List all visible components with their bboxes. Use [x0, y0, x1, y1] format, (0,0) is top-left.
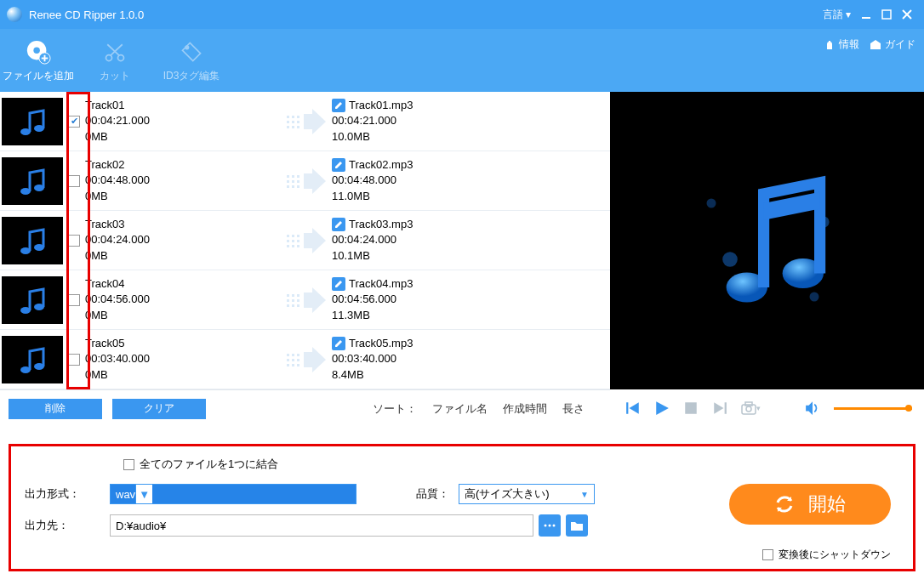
svg-rect-25	[297, 126, 299, 128]
minimize-button[interactable]	[856, 4, 876, 25]
track-source-size: 0MB	[85, 308, 281, 323]
track-duration: 00:04:48.000	[85, 173, 281, 188]
output-settings-panel: 全てのファイルを1つに結合 出力形式： wav ▼ 品質： 高(サイズ大きい) …	[9, 444, 915, 571]
language-selector[interactable]: 言語 ▾	[823, 8, 851, 22]
svg-rect-23	[297, 116, 299, 118]
track-row[interactable]: Track04 00:04:56.000 0MB Track04.mp3 00:…	[0, 270, 610, 330]
svg-point-5	[33, 47, 40, 54]
output-format-label: 出力形式：	[25, 486, 110, 502]
play-button[interactable]	[654, 400, 670, 416]
track-thumbnail	[2, 98, 63, 145]
svg-rect-30	[287, 185, 289, 188]
svg-rect-77	[685, 402, 697, 414]
track-list[interactable]: Track01 00:04:21.000 0MB Track01.mp3 00:…	[0, 92, 610, 389]
svg-rect-24	[297, 121, 299, 123]
edit-icon[interactable]	[332, 277, 345, 291]
svg-rect-40	[287, 240, 289, 242]
output-size: 8.4MB	[332, 367, 553, 383]
open-folder-button[interactable]	[566, 514, 588, 537]
track-row[interactable]: Track05 00:03:40.000 0MB Track05.mp3 00:…	[0, 330, 610, 389]
info-button[interactable]: 情報	[824, 37, 859, 52]
output-filename: Track04.mp3	[349, 276, 413, 292]
arrow-icon	[281, 347, 332, 372]
arrow-icon	[281, 109, 332, 134]
svg-rect-36	[297, 185, 299, 188]
volume-icon[interactable]	[805, 400, 820, 416]
svg-rect-33	[292, 185, 294, 188]
guide-button[interactable]: ガイド	[870, 37, 915, 52]
track-thumbnail	[2, 276, 63, 324]
svg-rect-17	[287, 116, 289, 118]
delete-button[interactable]: 削除	[9, 399, 102, 419]
start-button[interactable]: 開始	[729, 484, 891, 525]
clear-button[interactable]: クリア	[112, 399, 206, 419]
svg-point-84	[553, 525, 556, 527]
shutdown-checkbox[interactable]	[762, 549, 773, 560]
sort-by-created[interactable]: 作成時間	[503, 401, 547, 417]
output-size: 11.3MB	[332, 308, 553, 323]
prev-button[interactable]	[625, 400, 641, 416]
track-duration: 00:04:24.000	[85, 232, 281, 247]
browse-button[interactable]	[539, 514, 561, 537]
preview-pane	[610, 92, 924, 389]
output-size: 10.1MB	[332, 248, 553, 264]
track-checkbox[interactable]	[68, 116, 80, 128]
svg-rect-47	[297, 245, 299, 247]
track-thumbnail	[2, 336, 63, 383]
track-checkbox[interactable]	[68, 294, 80, 306]
arrow-icon	[281, 228, 332, 253]
add-files-button[interactable]: ファイルを追加	[0, 29, 77, 92]
svg-rect-64	[292, 354, 294, 356]
svg-rect-62	[287, 359, 289, 361]
close-button[interactable]	[897, 4, 917, 25]
id3-edit-button[interactable]: ID3タグ編集	[153, 29, 230, 92]
track-checkbox[interactable]	[68, 235, 80, 247]
quality-select[interactable]: 高(サイズ大きい) ▼	[459, 484, 595, 504]
sort-by-length[interactable]: 長さ	[562, 401, 585, 417]
svg-rect-22	[292, 126, 294, 128]
output-filename: Track03.mp3	[349, 217, 413, 232]
sort-by-filename[interactable]: ファイル名	[432, 401, 488, 417]
cut-button[interactable]: カット	[77, 29, 153, 92]
svg-rect-78	[725, 402, 727, 414]
next-button[interactable]	[712, 400, 727, 416]
svg-rect-21	[292, 121, 294, 123]
svg-rect-55	[292, 304, 294, 307]
track-checkbox[interactable]	[68, 354, 80, 366]
output-duration: 00:04:24.000	[332, 232, 553, 247]
edit-icon[interactable]	[332, 218, 345, 231]
svg-rect-54	[292, 299, 294, 302]
track-source-size: 0MB	[85, 189, 281, 204]
edit-icon[interactable]	[332, 158, 345, 172]
edit-icon[interactable]	[332, 99, 345, 112]
svg-rect-52	[287, 304, 289, 307]
snapshot-button[interactable]: ▾	[741, 400, 761, 416]
svg-point-13	[185, 46, 189, 49]
output-format-select[interactable]: wav ▼	[110, 484, 356, 504]
svg-rect-19	[287, 126, 289, 128]
main-toolbar: ファイルを追加 カット ID3タグ編集 情報 ガイド	[0, 29, 924, 92]
svg-rect-65	[292, 359, 294, 361]
svg-point-83	[549, 525, 551, 527]
track-row[interactable]: Track03 00:04:24.000 0MB Track03.mp3 00:…	[0, 211, 610, 270]
stop-button[interactable]	[683, 400, 699, 416]
edit-icon[interactable]	[332, 337, 345, 350]
track-name: Track03	[85, 217, 281, 232]
track-row[interactable]: Track01 00:04:21.000 0MB Track01.mp3 00:…	[0, 92, 610, 151]
output-duration: 00:03:40.000	[332, 351, 553, 366]
track-checkbox[interactable]	[68, 175, 80, 187]
svg-point-72	[809, 292, 818, 302]
output-filename: Track02.mp3	[349, 157, 413, 173]
cut-label: カット	[100, 69, 130, 83]
track-name: Track02	[85, 157, 281, 173]
volume-slider[interactable]	[834, 407, 912, 410]
svg-rect-14	[829, 41, 830, 43]
output-path-field[interactable]: D:¥audio¥	[110, 514, 533, 537]
merge-files-checkbox[interactable]	[123, 459, 134, 470]
output-path-label: 出力先：	[25, 518, 110, 533]
svg-rect-69	[297, 364, 299, 366]
maximize-button[interactable]	[876, 4, 897, 25]
svg-point-80	[746, 406, 751, 412]
sort-label: ソート：	[373, 401, 417, 417]
track-row[interactable]: Track02 00:04:48.000 0MB Track02.mp3 00:…	[0, 151, 610, 211]
